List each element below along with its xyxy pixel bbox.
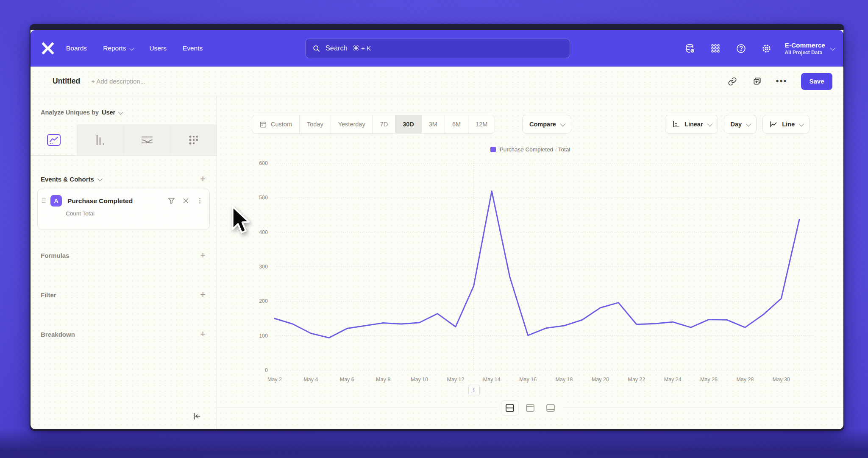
svg-text:May 4: May 4 — [303, 377, 318, 383]
more-options-button[interactable]: ••• — [772, 73, 791, 90]
save-button[interactable]: Save — [801, 73, 832, 90]
retention-dots-icon — [187, 134, 200, 146]
svg-text:200: 200 — [259, 298, 268, 304]
layout-split-button[interactable] — [501, 400, 519, 416]
add-formula-button[interactable]: + — [198, 250, 207, 261]
event-series-badge[interactable]: A — [50, 195, 62, 207]
settings-button[interactable] — [757, 39, 776, 58]
project-name: E-Commerce — [785, 41, 825, 49]
event-metric-selector[interactable]: Count Total — [66, 210, 203, 217]
chevron-down-icon — [560, 121, 565, 126]
svg-text:May 18: May 18 — [556, 377, 573, 383]
svg-text:May 12: May 12 — [447, 377, 464, 383]
breakdown-section-title: Breakdown — [41, 331, 75, 338]
nav-item-label: Users — [149, 45, 166, 52]
copy-link-button[interactable] — [723, 73, 742, 90]
nav-item-label: Events — [183, 45, 203, 52]
help-button[interactable] — [731, 39, 751, 58]
app-window: Boards Reports Users Events Search ⌘ + K — [31, 30, 843, 429]
add-filter-button[interactable]: + — [198, 289, 207, 300]
axis-scale-icon — [672, 120, 680, 128]
layout-bottom-icon — [545, 403, 556, 413]
nav-item-boards[interactable]: Boards — [66, 45, 87, 52]
chart-toolbar: Custom Today Yesterday 7D 30D 3M 6M 12M … — [217, 115, 843, 134]
event-more-button[interactable] — [196, 197, 203, 205]
range-label: Custom — [271, 121, 292, 128]
layout-toggle-group — [498, 398, 563, 418]
add-breakdown-button[interactable]: + — [198, 329, 207, 340]
search-shortcut: ⌘ + K — [353, 45, 371, 52]
remove-event-button[interactable] — [182, 197, 189, 204]
svg-text:May 26: May 26 — [700, 377, 718, 383]
project-switcher[interactable]: E-Commerce All Project Data — [785, 41, 834, 55]
global-search-input[interactable]: Search ⌘ + K — [305, 39, 570, 58]
event-name[interactable]: Purchase Completed — [67, 197, 133, 205]
chart-type-label: Line — [782, 121, 795, 128]
layout-bottom-button[interactable] — [542, 400, 559, 416]
svg-text:400: 400 — [259, 229, 268, 235]
scale-selector[interactable]: Linear — [665, 115, 718, 134]
formulas-section-title: Formulas — [41, 252, 70, 259]
svg-text:May 8: May 8 — [376, 377, 390, 383]
filter-event-button[interactable] — [167, 197, 175, 205]
flows-icon — [140, 134, 154, 146]
chevron-down-icon — [97, 176, 103, 181]
range-6m[interactable]: 6M — [445, 115, 468, 133]
report-title[interactable]: Untitled — [53, 77, 80, 86]
data-management-button[interactable] — [680, 39, 700, 58]
duplicate-icon — [752, 76, 762, 86]
range-today[interactable]: Today — [299, 115, 331, 133]
range-7d[interactable]: 7D — [373, 115, 395, 133]
nav-item-users[interactable]: Users — [149, 45, 166, 52]
compare-label: Compare — [529, 121, 556, 128]
annotation-page-badge[interactable]: 1 — [468, 385, 480, 396]
mixpanel-logo-icon[interactable] — [41, 41, 55, 56]
apps-grid-button[interactable] — [706, 39, 725, 58]
range-30d[interactable]: 30D — [395, 115, 421, 133]
analyze-by-selector[interactable]: User — [102, 109, 122, 116]
range-yesterday[interactable]: Yesterday — [331, 115, 373, 133]
chevron-down-icon — [746, 121, 751, 126]
search-icon — [312, 45, 320, 53]
range-label: 3M — [429, 121, 437, 128]
duplicate-button[interactable] — [748, 73, 766, 90]
interval-selector[interactable]: Day — [724, 115, 757, 134]
title-actions: ••• Save — [723, 73, 832, 90]
analyze-row: Analyze Uniques by User — [41, 109, 122, 116]
drag-handle-icon[interactable] — [42, 198, 48, 203]
report-type-tabs — [31, 124, 217, 156]
nav-item-label: Boards — [66, 45, 87, 52]
project-scope: All Project Data — [785, 50, 825, 56]
line-chart[interactable]: 0100200300400500600May 2May 4May 6May 8M… — [217, 158, 843, 396]
tab-flows[interactable] — [123, 124, 170, 155]
range-custom[interactable]: Custom — [252, 115, 299, 133]
nav-item-reports[interactable]: Reports — [103, 45, 133, 52]
range-3m[interactable]: 3M — [421, 115, 445, 133]
range-label: Today — [307, 121, 323, 128]
chart-type-selector[interactable]: Line — [762, 115, 810, 134]
legend-label: Purchase Completed - Total — [500, 146, 570, 153]
nav-item-events[interactable]: Events — [183, 45, 203, 52]
add-event-button[interactable]: + — [198, 173, 207, 184]
chart-panel: Custom Today Yesterday 7D 30D 3M 6M 12M … — [217, 96, 843, 429]
events-section-header: Events & Cohorts + — [41, 173, 207, 184]
layout-top-button[interactable] — [521, 400, 539, 416]
add-description-field[interactable]: + Add description... — [91, 78, 145, 85]
range-12m[interactable]: 12M — [468, 115, 495, 133]
tab-funnels[interactable] — [77, 124, 123, 155]
database-gear-icon — [685, 43, 696, 54]
events-section-label: Events & Cohorts — [41, 176, 94, 183]
event-card[interactable]: A Purchase Completed — [37, 189, 210, 229]
compare-button[interactable]: Compare — [522, 115, 571, 134]
tab-retention[interactable] — [170, 124, 217, 155]
bar-chart-icon — [94, 134, 107, 146]
event-card-row: A Purchase Completed — [42, 195, 203, 207]
events-section-title[interactable]: Events & Cohorts — [41, 176, 101, 183]
collapse-sidebar-button[interactable] — [192, 412, 201, 422]
range-label: 12M — [476, 121, 487, 128]
tab-insights[interactable] — [31, 124, 77, 155]
link-icon — [728, 77, 737, 86]
help-icon — [736, 43, 746, 54]
breakdown-section-header: Breakdown + — [41, 329, 207, 340]
range-label: 7D — [380, 121, 388, 128]
